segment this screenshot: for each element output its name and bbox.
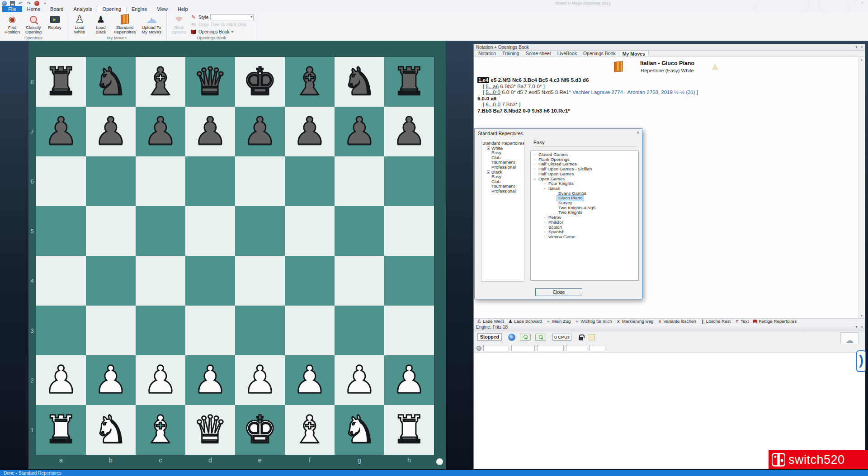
engine-value-field[interactable] — [483, 345, 509, 351]
chevron-right-icon[interactable]: › — [542, 235, 547, 240]
variation-link[interactable]: 5...a6 — [486, 84, 499, 89]
square-d7[interactable]: ♟ — [185, 107, 235, 156]
panel-tab-training[interactable]: Training — [499, 51, 523, 56]
square-c8[interactable]: ♝ — [136, 57, 185, 107]
chevron-right-icon[interactable]: › — [533, 157, 537, 162]
replay-button[interactable]: Replay — [45, 13, 65, 30]
square-e1[interactable]: ♚ — [235, 405, 285, 455]
engine-pin-icon[interactable]: ▾ — [855, 325, 858, 329]
panel-title-bar[interactable]: Notation + Openings Book ▾ × — [474, 44, 865, 51]
variante-l-schen-button[interactable]: Variante löschen — [658, 319, 696, 324]
square-c1[interactable]: ♝ — [136, 405, 185, 455]
chevron-right-icon[interactable]: › — [533, 162, 537, 167]
chevron-right-icon[interactable]: › — [533, 167, 537, 172]
qa-save-icon[interactable] — [10, 1, 15, 6]
menu-tab-engine[interactable]: Engine — [127, 6, 152, 12]
variation-link[interactable]: 5...0-0 — [486, 90, 500, 95]
menu-tab-board[interactable]: Board — [45, 6, 68, 12]
square-d6[interactable] — [185, 156, 235, 206]
tree-collapse-icon[interactable] — [487, 146, 490, 150]
square-e5[interactable] — [235, 206, 285, 256]
openings-tree-item[interactable]: Two Knights — [531, 210, 638, 215]
qa-redo-icon[interactable]: ↷ — [26, 1, 31, 6]
square-b1[interactable]: ♞ — [86, 405, 136, 455]
move-text[interactable]: 7.Bb3 Ba7 8.Nbd2 0-0 9.h3 h6 10.Re1* — [477, 108, 570, 113]
openings-tree-item[interactable]: Giuco Piano — [531, 196, 638, 201]
lock-icon[interactable] — [578, 334, 584, 341]
square-c4[interactable] — [136, 256, 185, 306]
l-sche-rest-button[interactable]: Lösche Rest — [700, 319, 731, 324]
collapse-panel-button[interactable]: ) — [856, 350, 866, 372]
dropdown-caret-icon[interactable]: ▾ — [231, 30, 233, 34]
chevron-right-icon[interactable]: › — [542, 230, 547, 235]
square-c2[interactable]: ♟ — [136, 355, 185, 405]
left-tree-item[interactable]: Black — [481, 170, 524, 175]
square-e3[interactable] — [235, 306, 285, 355]
square-d2[interactable]: ♟ — [185, 355, 235, 405]
engine-restart-icon[interactable]: ↻ — [508, 334, 515, 341]
square-f3[interactable] — [285, 306, 335, 355]
engine-cpus-button[interactable]: 8 CPUs — [552, 334, 571, 341]
menu-tab-view[interactable]: View — [152, 6, 173, 12]
tree-collapse-icon[interactable] — [487, 170, 490, 174]
square-e4[interactable] — [235, 256, 285, 306]
text-button[interactable]: Text — [735, 319, 749, 324]
notation-scrollbar[interactable]: ▲ ▼ — [859, 57, 864, 318]
engine-value-field[interactable] — [590, 345, 605, 351]
classify-opening-button[interactable]: Classify Opening — [24, 13, 43, 35]
square-h1[interactable]: ♜ — [384, 405, 434, 455]
engine-close-icon[interactable]: × — [861, 325, 863, 329]
panel-tab-score-sheet[interactable]: Score sheet — [523, 51, 554, 56]
square-b4[interactable] — [86, 256, 136, 306]
square-a8[interactable]: ♜ — [36, 57, 86, 107]
engine-value-field[interactable] — [511, 345, 535, 351]
close-button[interactable]: Close — [535, 288, 582, 296]
menu-tab-file[interactable]: File — [2, 6, 22, 12]
panel-tab-notation[interactable]: Notation — [475, 51, 499, 56]
engine-title-bar[interactable]: Engine: Fritz 18 ▾ × — [474, 324, 865, 330]
openings-tree-item[interactable]: ›Scotch — [531, 225, 638, 230]
variation-link[interactable]: 6...0-0 — [486, 102, 500, 107]
square-g4[interactable] — [335, 256, 384, 306]
square-g3[interactable] — [335, 306, 384, 355]
openings-tree-item[interactable]: ›Open Games — [531, 177, 638, 182]
openings-book-item[interactable]: Openings Book▾ — [190, 28, 254, 35]
square-f7[interactable]: ♟ — [285, 107, 335, 156]
square-d1[interactable]: ♛ — [185, 405, 235, 455]
style-item[interactable]: Style — [190, 14, 254, 20]
engine-analysis-plus-icon[interactable] — [535, 334, 546, 341]
chevron-down-icon[interactable]: › — [533, 177, 538, 181]
square-e6[interactable] — [235, 156, 285, 206]
square-g1[interactable]: ♞ — [335, 405, 384, 455]
left-tree-item[interactable]: Professional — [481, 189, 524, 194]
panel-tab-openings-book[interactable]: Openings Book — [580, 51, 619, 56]
square-h7[interactable]: ♟ — [384, 107, 434, 156]
move-text[interactable]: e5 2.Nf3 Nc6 3.Bc4 Bc5 4.c3 Nf6 5.d3 d6 — [489, 77, 589, 83]
square-f1[interactable]: ♝ — [285, 405, 335, 455]
square-f8[interactable]: ♝ — [285, 57, 335, 107]
engine-stopped-button[interactable]: Stopped — [477, 333, 502, 341]
engine-analysis-icon[interactable] — [520, 334, 531, 341]
qa-app-logo-icon[interactable] — [2, 1, 7, 6]
chevron-right-icon[interactable]: › — [533, 172, 537, 177]
chevron-right-icon[interactable]: › — [533, 152, 537, 157]
chevron-right-icon[interactable]: › — [542, 215, 547, 220]
upload-to-my-moves-button[interactable]: Upload To My Moves — [139, 13, 164, 35]
minimize-icon[interactable]: – — [854, 0, 856, 5]
square-e2[interactable]: ♟ — [235, 355, 285, 405]
square-a2[interactable]: ♟ — [36, 355, 86, 405]
find-position-button[interactable]: Find Position — [2, 13, 22, 35]
square-c3[interactable] — [136, 306, 185, 355]
load-black-button[interactable]: Load Black — [91, 13, 111, 35]
square-c5[interactable] — [136, 206, 185, 256]
square-h6[interactable] — [384, 156, 434, 206]
engine-value-field[interactable] — [537, 345, 564, 351]
chevron-right-icon[interactable]: › — [542, 225, 547, 230]
square-f4[interactable] — [285, 256, 335, 306]
openings-tree-item[interactable]: ›Philidor — [531, 220, 638, 225]
lade-wei--button[interactable]: Lade Weiß — [477, 319, 504, 324]
square-g8[interactable]: ♞ — [335, 57, 384, 107]
square-a7[interactable]: ♟ — [36, 107, 86, 156]
openings-tree-item[interactable]: ›Four Knights — [531, 181, 638, 186]
openings-tree-item[interactable]: Two Knights 4.Ng5 — [531, 206, 638, 211]
